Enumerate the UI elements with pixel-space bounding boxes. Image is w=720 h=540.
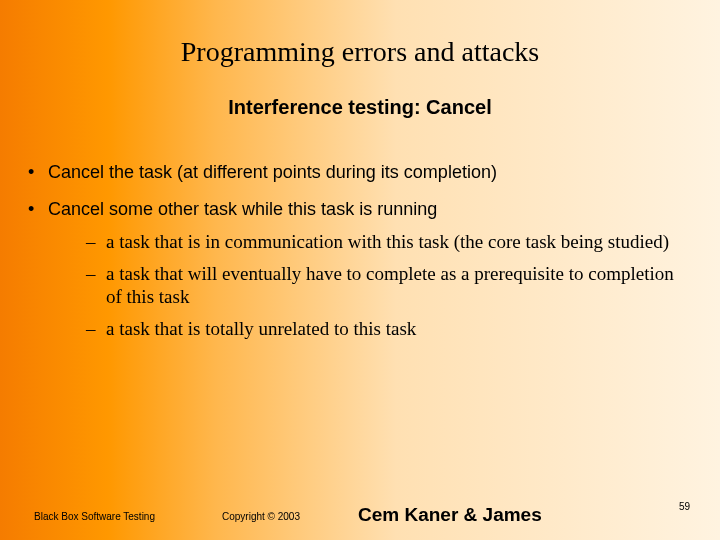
page-number: 59 — [679, 501, 690, 512]
bullet-item: Cancel the task (at different points dur… — [28, 161, 690, 184]
footer: Black Box Software Testing Copyright © 2… — [0, 490, 720, 530]
bullet-text: Cancel some other task while this task i… — [48, 199, 437, 219]
footer-copyright: Copyright © 2003 — [222, 511, 300, 522]
sub-bullet-item: a task that will eventually have to comp… — [48, 262, 690, 310]
footer-authors: Cem Kaner & James — [358, 504, 542, 526]
sub-bullet-item: a task that is totally unrelated to this… — [48, 317, 690, 341]
footer-left-text: Black Box Software Testing — [34, 511, 155, 522]
sub-bullet-item: a task that is in communication with thi… — [48, 230, 690, 254]
slide: Programming errors and attacks Interfere… — [0, 0, 720, 540]
slide-title: Programming errors and attacks — [0, 0, 720, 68]
bullet-item: Cancel some other task while this task i… — [28, 198, 690, 340]
slide-subtitle: Interference testing: Cancel — [0, 96, 720, 119]
content-area: Cancel the task (at different points dur… — [0, 161, 720, 341]
